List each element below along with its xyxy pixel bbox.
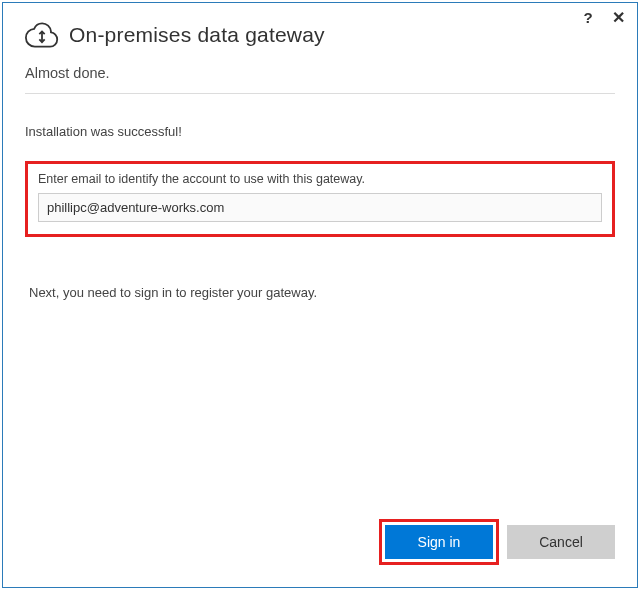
dialog-title: On-premises data gateway [69,23,325,47]
email-label: Enter email to identify the account to u… [38,172,602,186]
dialog-subtitle: Almost done. [3,55,637,93]
email-highlight-box: Enter email to identify the account to u… [25,161,615,237]
footer-buttons: Sign in Cancel [379,519,615,565]
window-controls: ? ✕ [579,9,627,27]
cloud-gateway-icon [25,21,59,49]
email-field[interactable] [38,193,602,222]
signin-highlight: Sign in [379,519,499,565]
cancel-button[interactable]: Cancel [507,525,615,559]
next-step-text: Next, you need to sign in to register yo… [3,237,637,300]
status-text: Installation was successful! [3,94,637,139]
close-icon[interactable]: ✕ [609,9,627,27]
help-icon[interactable]: ? [579,9,597,27]
signin-button[interactable]: Sign in [385,525,493,559]
dialog-window: ? ✕ On-premises data gateway Almost done… [2,2,638,588]
titlebar: On-premises data gateway [3,3,637,55]
